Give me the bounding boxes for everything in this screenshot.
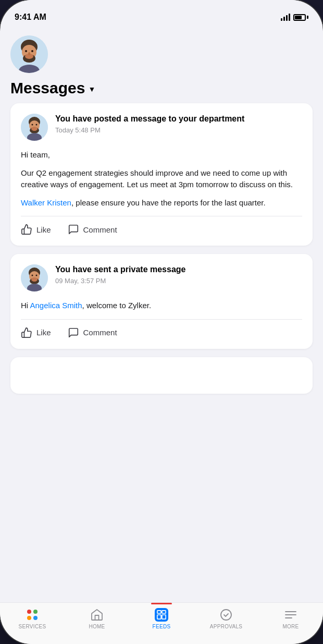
card-meta-1: You have posted a message to your depart…	[55, 114, 244, 134]
signal-bar-3	[286, 15, 288, 21]
battery-icon	[293, 14, 308, 21]
phone-frame: 9:41 AM	[0, 0, 323, 644]
nav-item-more[interactable]: MORE	[258, 608, 323, 629]
card-body-mention-suffix-1: , please ensure you have the reports for…	[71, 198, 266, 207]
card-header-1: You have posted a message to your depart…	[21, 114, 302, 141]
page-title-row: Messages ▼	[10, 79, 313, 97]
card-divider-2	[21, 319, 302, 320]
card-body-greeting-1: Hi team,	[21, 149, 302, 161]
card-title-2: You have sent a private message	[55, 264, 185, 275]
comment-button-1[interactable]: Comment	[68, 224, 117, 235]
nav-label-feeds: FEEDS	[153, 624, 171, 629]
like-label-1: Like	[36, 225, 51, 234]
message-card-3-partial	[10, 357, 313, 394]
svg-point-13	[31, 127, 38, 131]
card-body-suffix-2: , welcome to Zylker.	[82, 301, 152, 310]
card-body-paragraph-1: Our Q2 engagement strategies should impr…	[21, 167, 302, 191]
svg-point-21	[31, 277, 38, 282]
signal-bar-1	[281, 18, 282, 21]
nav-item-approvals[interactable]: APPROVALS	[194, 608, 258, 629]
battery-fill	[295, 16, 302, 19]
profile-avatar-image	[10, 35, 48, 73]
services-icon	[26, 608, 39, 622]
svg-rect-31	[157, 615, 161, 619]
feeds-indicator	[151, 603, 172, 604]
card-avatar-2	[21, 264, 48, 291]
status-icons	[281, 14, 308, 21]
svg-point-22	[32, 275, 33, 276]
like-button-1[interactable]: Like	[21, 224, 51, 235]
card-body-text-2: Hi Angelica Smith, welcome to Zylker.	[21, 300, 302, 312]
nav-label-approvals: APPROVALS	[210, 624, 243, 629]
nav-item-services[interactable]: SERVICES	[0, 608, 65, 629]
signal-bar-2	[283, 17, 285, 21]
bottom-nav: SERVICES HOME	[0, 602, 323, 644]
svg-rect-32	[162, 615, 166, 619]
main-content: Messages ▼	[0, 27, 323, 602]
like-icon-2	[21, 327, 32, 338]
nav-label-services: SERVICES	[19, 624, 46, 629]
card-body-1: Hi team, Our Q2 engagement strategies sh…	[21, 149, 302, 209]
card-body-prefix-2: Hi	[21, 301, 30, 310]
card-title-1: You have posted a message to your depart…	[55, 114, 244, 125]
svg-point-7	[28, 52, 30, 55]
card-avatar-1	[21, 114, 48, 141]
card-body-2: Hi Angelica Smith, welcome to Zylker.	[21, 300, 302, 312]
nav-label-more: MORE	[282, 624, 299, 629]
card-meta-2: You have sent a private message 09 May, …	[55, 264, 185, 285]
phone-screen: 9:41 AM	[0, 0, 323, 644]
svg-rect-30	[162, 611, 166, 613]
comment-icon-1	[68, 224, 79, 235]
svg-point-27	[27, 616, 31, 620]
home-icon	[90, 608, 104, 622]
svg-point-28	[33, 616, 38, 620]
card-actions-1: Like Comment	[21, 224, 302, 235]
page-title: Messages	[10, 79, 85, 97]
svg-point-33	[221, 610, 231, 620]
dropdown-arrow-icon[interactable]: ▼	[88, 85, 95, 93]
svg-point-25	[27, 610, 31, 614]
like-icon-1	[21, 224, 32, 235]
svg-point-14	[32, 124, 33, 126]
battery-tip	[307, 16, 308, 19]
mention-link-2[interactable]: Angelica Smith	[30, 301, 82, 310]
card-body-mention-1: Walker Kristen, please ensure you have t…	[21, 197, 302, 209]
feeds-icon	[155, 608, 168, 622]
svg-point-5	[25, 50, 27, 52]
comment-label-2: Comment	[83, 328, 117, 337]
message-card-2: You have sent a private message 09 May, …	[10, 254, 313, 349]
card-header-2: You have sent a private message 09 May, …	[21, 264, 302, 291]
status-time: 9:41 AM	[15, 13, 46, 22]
like-button-2[interactable]: Like	[21, 327, 51, 338]
message-card-1: You have posted a message to your depart…	[10, 103, 313, 246]
profile-header: Messages ▼	[10, 27, 313, 103]
svg-point-6	[31, 50, 33, 52]
signal-bar-4	[289, 14, 290, 21]
comment-label-1: Comment	[83, 225, 117, 234]
svg-point-15	[36, 124, 38, 126]
signal-bars-icon	[281, 14, 290, 21]
nav-item-home[interactable]: HOME	[65, 608, 129, 629]
like-label-2: Like	[36, 328, 51, 337]
card-avatar-image-2	[21, 264, 48, 291]
card-actions-2: Like Comment	[21, 327, 302, 338]
comment-icon-2	[68, 327, 79, 338]
status-bar: 9:41 AM	[0, 0, 323, 27]
mention-link-1[interactable]: Walker Kristen	[21, 198, 71, 207]
nav-item-feeds[interactable]: FEEDS	[129, 608, 194, 629]
svg-point-26	[33, 610, 38, 614]
more-icon	[284, 608, 297, 622]
svg-point-23	[36, 275, 38, 276]
card-divider-1	[21, 216, 302, 216]
card-timestamp-1: Today 5:48 PM	[55, 126, 244, 134]
profile-avatar	[10, 35, 48, 73]
svg-rect-29	[157, 611, 161, 613]
comment-button-2[interactable]: Comment	[68, 327, 117, 338]
battery-body	[293, 14, 306, 21]
card-avatar-image-1	[21, 114, 48, 141]
nav-label-home: HOME	[89, 624, 105, 629]
approvals-icon	[219, 608, 233, 622]
card-timestamp-2: 09 May, 3:57 PM	[55, 277, 185, 285]
